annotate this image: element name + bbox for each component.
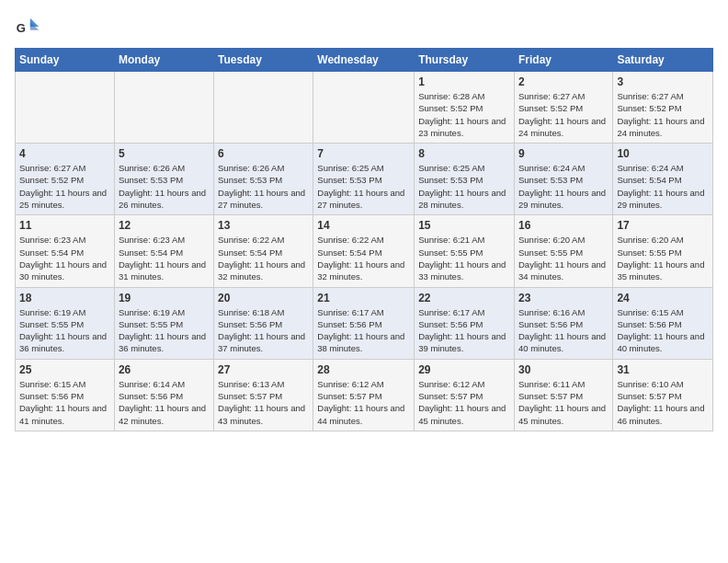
day-info: Sunrise: 6:11 AM Sunset: 5:57 PM Dayligh… (518, 378, 609, 427)
day-info: Sunrise: 6:22 AM Sunset: 5:54 PM Dayligh… (317, 234, 410, 282)
day-info: Sunrise: 6:21 AM Sunset: 5:55 PM Dayligh… (418, 234, 510, 282)
day-number: 12 (119, 219, 210, 232)
day-number: 5 (119, 147, 210, 160)
day-info: Sunrise: 6:23 AM Sunset: 5:54 PM Dayligh… (19, 234, 110, 282)
day-info: Sunrise: 6:25 AM Sunset: 5:53 PM Dayligh… (317, 162, 410, 211)
day-info: Sunrise: 6:26 AM Sunset: 5:53 PM Dayligh… (218, 162, 309, 211)
day-cell (114, 72, 213, 144)
day-cell: 26Sunrise: 6:14 AM Sunset: 5:56 PM Dayli… (114, 359, 213, 431)
weekday-wednesday: Wednesday (313, 49, 415, 72)
logo-icon: G (15, 15, 40, 40)
day-info: Sunrise: 6:12 AM Sunset: 5:57 PM Dayligh… (418, 378, 510, 427)
day-info: Sunrise: 6:14 AM Sunset: 5:56 PM Dayligh… (119, 378, 210, 427)
day-info: Sunrise: 6:13 AM Sunset: 5:57 PM Dayligh… (218, 378, 309, 427)
day-number: 27 (218, 363, 309, 376)
week-row-4: 18Sunrise: 6:19 AM Sunset: 5:55 PM Dayli… (16, 287, 713, 359)
day-number: 9 (518, 147, 609, 160)
day-number: 16 (518, 219, 609, 232)
day-number: 13 (218, 219, 309, 232)
day-info: Sunrise: 6:25 AM Sunset: 5:53 PM Dayligh… (418, 162, 510, 211)
day-cell: 12Sunrise: 6:23 AM Sunset: 5:54 PM Dayli… (114, 215, 213, 287)
day-cell: 20Sunrise: 6:18 AM Sunset: 5:56 PM Dayli… (214, 287, 313, 359)
day-cell: 15Sunrise: 6:21 AM Sunset: 5:55 PM Dayli… (415, 215, 515, 287)
day-cell: 9Sunrise: 6:24 AM Sunset: 5:53 PM Daylig… (514, 144, 612, 215)
day-cell: 22Sunrise: 6:17 AM Sunset: 5:56 PM Dayli… (415, 287, 515, 359)
day-number: 19 (119, 292, 210, 304)
day-cell: 31Sunrise: 6:10 AM Sunset: 5:57 PM Dayli… (613, 359, 713, 431)
day-number: 25 (19, 363, 110, 376)
day-cell: 10Sunrise: 6:24 AM Sunset: 5:54 PM Dayli… (613, 144, 713, 215)
day-cell: 5Sunrise: 6:26 AM Sunset: 5:53 PM Daylig… (114, 144, 213, 215)
day-cell (313, 72, 415, 144)
day-number: 31 (617, 363, 709, 376)
day-number: 15 (418, 219, 510, 232)
day-cell (214, 72, 313, 144)
day-cell: 8Sunrise: 6:25 AM Sunset: 5:53 PM Daylig… (415, 144, 515, 215)
calendar-table: SundayMondayTuesdayWednesdayThursdayFrid… (15, 48, 713, 431)
day-cell: 2Sunrise: 6:27 AM Sunset: 5:52 PM Daylig… (514, 72, 612, 144)
day-number: 14 (317, 219, 410, 232)
day-number: 17 (617, 219, 709, 232)
day-info: Sunrise: 6:26 AM Sunset: 5:53 PM Dayligh… (119, 162, 210, 211)
weekday-friday: Friday (514, 49, 612, 72)
day-cell: 3Sunrise: 6:27 AM Sunset: 5:52 PM Daylig… (613, 72, 713, 144)
day-cell: 28Sunrise: 6:12 AM Sunset: 5:57 PM Dayli… (313, 359, 415, 431)
day-number: 6 (218, 147, 309, 160)
day-info: Sunrise: 6:27 AM Sunset: 5:52 PM Dayligh… (19, 162, 110, 211)
day-number: 1 (418, 75, 510, 88)
day-number: 10 (617, 147, 709, 160)
weekday-tuesday: Tuesday (214, 49, 313, 72)
day-info: Sunrise: 6:27 AM Sunset: 5:52 PM Dayligh… (518, 90, 609, 139)
logo: G (15, 15, 44, 40)
day-info: Sunrise: 6:12 AM Sunset: 5:57 PM Dayligh… (317, 378, 410, 427)
day-info: Sunrise: 6:15 AM Sunset: 5:56 PM Dayligh… (19, 378, 110, 427)
day-info: Sunrise: 6:23 AM Sunset: 5:54 PM Dayligh… (119, 234, 210, 282)
day-number: 21 (317, 292, 410, 304)
day-number: 29 (418, 363, 510, 376)
weekday-saturday: Saturday (613, 49, 713, 72)
day-cell: 7Sunrise: 6:25 AM Sunset: 5:53 PM Daylig… (313, 144, 415, 215)
day-number: 8 (418, 147, 510, 160)
day-number: 11 (19, 219, 110, 232)
day-info: Sunrise: 6:15 AM Sunset: 5:56 PM Dayligh… (617, 306, 709, 355)
day-cell: 29Sunrise: 6:12 AM Sunset: 5:57 PM Dayli… (415, 359, 515, 431)
day-cell: 1Sunrise: 6:28 AM Sunset: 5:52 PM Daylig… (415, 72, 515, 144)
day-info: Sunrise: 6:16 AM Sunset: 5:56 PM Dayligh… (518, 306, 609, 355)
day-cell: 25Sunrise: 6:15 AM Sunset: 5:56 PM Dayli… (16, 359, 115, 431)
day-cell: 16Sunrise: 6:20 AM Sunset: 5:55 PM Dayli… (514, 215, 612, 287)
day-cell: 14Sunrise: 6:22 AM Sunset: 5:54 PM Dayli… (313, 215, 415, 287)
day-info: Sunrise: 6:27 AM Sunset: 5:52 PM Dayligh… (617, 90, 709, 139)
day-cell: 18Sunrise: 6:19 AM Sunset: 5:55 PM Dayli… (16, 287, 115, 359)
day-number: 26 (119, 363, 210, 376)
day-cell: 23Sunrise: 6:16 AM Sunset: 5:56 PM Dayli… (514, 287, 612, 359)
day-cell: 13Sunrise: 6:22 AM Sunset: 5:54 PM Dayli… (214, 215, 313, 287)
day-number: 4 (19, 147, 110, 160)
weekday-sunday: Sunday (16, 49, 115, 72)
day-info: Sunrise: 6:28 AM Sunset: 5:52 PM Dayligh… (418, 90, 510, 139)
day-info: Sunrise: 6:20 AM Sunset: 5:55 PM Dayligh… (617, 234, 709, 282)
day-cell: 19Sunrise: 6:19 AM Sunset: 5:55 PM Dayli… (114, 287, 213, 359)
day-number: 28 (317, 363, 410, 376)
day-cell: 24Sunrise: 6:15 AM Sunset: 5:56 PM Dayli… (613, 287, 713, 359)
day-number: 7 (317, 147, 410, 160)
day-info: Sunrise: 6:22 AM Sunset: 5:54 PM Dayligh… (218, 234, 309, 282)
day-info: Sunrise: 6:19 AM Sunset: 5:55 PM Dayligh… (119, 306, 210, 355)
day-info: Sunrise: 6:17 AM Sunset: 5:56 PM Dayligh… (418, 306, 510, 355)
day-info: Sunrise: 6:20 AM Sunset: 5:55 PM Dayligh… (518, 234, 609, 282)
day-info: Sunrise: 6:18 AM Sunset: 5:56 PM Dayligh… (218, 306, 309, 355)
day-number: 2 (518, 75, 609, 88)
weekday-thursday: Thursday (415, 49, 515, 72)
day-cell: 4Sunrise: 6:27 AM Sunset: 5:52 PM Daylig… (16, 144, 115, 215)
day-cell: 11Sunrise: 6:23 AM Sunset: 5:54 PM Dayli… (16, 215, 115, 287)
week-row-2: 4Sunrise: 6:27 AM Sunset: 5:52 PM Daylig… (16, 144, 713, 215)
day-number: 20 (218, 292, 309, 304)
day-info: Sunrise: 6:19 AM Sunset: 5:55 PM Dayligh… (19, 306, 110, 355)
day-info: Sunrise: 6:24 AM Sunset: 5:54 PM Dayligh… (617, 162, 709, 211)
day-cell: 6Sunrise: 6:26 AM Sunset: 5:53 PM Daylig… (214, 144, 313, 215)
week-row-3: 11Sunrise: 6:23 AM Sunset: 5:54 PM Dayli… (16, 215, 713, 287)
page-header: G (15, 15, 713, 40)
day-number: 23 (518, 292, 609, 304)
day-cell: 17Sunrise: 6:20 AM Sunset: 5:55 PM Dayli… (613, 215, 713, 287)
day-number: 24 (617, 292, 709, 304)
day-number: 18 (19, 292, 110, 304)
